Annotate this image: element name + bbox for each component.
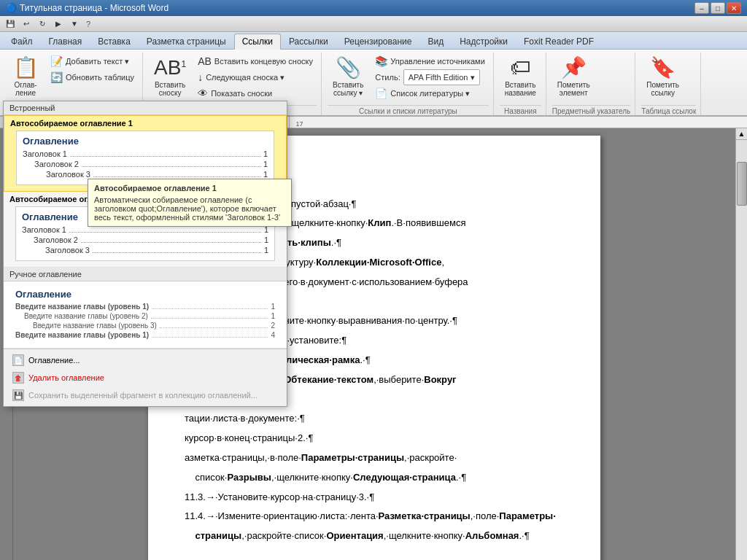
citations-group-label: Ссылки и списки литературы (328, 105, 489, 115)
run-quick-btn[interactable]: ▶ (51, 18, 66, 31)
toc-preview2-line2: Заголовок 21 (34, 236, 268, 244)
insert-citation-btn[interactable]: 📎 Вставитьссылку ▾ (328, 54, 368, 104)
update-table-label: Обновить таблицу (66, 73, 134, 82)
show-footnotes-btn[interactable]: 👁 Показать сноски (194, 86, 317, 101)
index-group-content: 📌 Пометитьэлемент (552, 54, 630, 104)
insert-footnote-label: Вставитьсноску (155, 81, 185, 97)
scrollbar-thumb[interactable] (737, 162, 747, 206)
tab-home[interactable]: Главная (41, 34, 90, 49)
toc-remove[interactable]: 🗑 Удалить оглавление (9, 370, 281, 386)
tab-references[interactable]: Ссылки (234, 34, 281, 50)
toc-builtin-header: Встроенный (4, 101, 287, 115)
toc-group-content: 📋 Оглав-ление 📝 Добавить текст ▾ 🔄 Обнов… (7, 54, 138, 104)
close-button[interactable]: ✕ (727, 2, 741, 14)
toc-preview1-line1: Заголовок 11 (23, 149, 268, 158)
ribbon-group-captions: 🏷 Вставитьназвание Названия (495, 52, 546, 115)
style-selector[interactable]: APA Fifth Edition ▾ (403, 69, 481, 85)
doc-line: 11.4.→·Измените·ориентацию·листа:·лента·… (185, 509, 564, 524)
update-table-btn[interactable]: 🔄 Обновить таблицу (47, 70, 138, 85)
style-dropdown-btn[interactable]: Стиль: APA Fifth Edition ▾ (371, 70, 488, 85)
toc-item-manual[interactable]: Оглавление Введите название главы (урове… (4, 281, 287, 349)
ribbon-group-citations: 📎 Вставитьссылку ▾ 📚 Управление источник… (323, 52, 494, 115)
show-footnotes-icon: 👁 (198, 88, 208, 99)
add-text-btn[interactable]: 📝 Добавить текст ▾ (47, 54, 138, 69)
titlebar-left: 🔵 Титульная страница - Microsoft Word (6, 3, 169, 13)
manage-icon: 📚 (375, 55, 387, 67)
style-label: Стиль: (375, 73, 400, 82)
toc-manual-line1: Введите название главы (уровень 1)1 (15, 303, 275, 311)
toc-label: Оглав-ление (14, 81, 36, 97)
mark-citation-btn[interactable]: 🔖 Пометитьссылку (641, 54, 684, 104)
toc-open-icon: 📄 (12, 354, 24, 366)
toc-tooltip: Автособираемое оглавление 1 Автоматическ… (88, 179, 292, 227)
quick-access-toolbar: 💾 ↩ ↻ ▶ ▼ ? (0, 16, 747, 32)
toc-small-btns: 📝 Добавить текст ▾ 🔄 Обновить таблицу (47, 54, 138, 85)
toc-manual-title: Оглавление (15, 289, 275, 300)
insert-endnote-label: Вставить концевую сноску (214, 57, 313, 66)
captions-group-label: Названия (500, 105, 541, 115)
authorities-group-label: Таблица ссылок (641, 105, 696, 115)
insert-footnote-btn[interactable]: AB1 Вставитьсноску (149, 54, 191, 104)
toc-icon: 📋 (13, 58, 39, 78)
toc-remove-label: Удалить оглавление (28, 373, 104, 382)
maximize-button[interactable]: □ (711, 2, 725, 14)
minimize-button[interactable]: – (694, 2, 709, 14)
next-footnote-btn[interactable]: ↓ Следующая сноска ▾ (194, 70, 317, 85)
tab-review[interactable]: Рецензирование (336, 34, 420, 49)
bibliography-label: Список литературы ▾ (390, 89, 470, 98)
manage-sources-btn[interactable]: 📚 Управление источниками (371, 54, 488, 69)
toc-preview1-line2: Заголовок 21 (34, 160, 268, 168)
footnotes-group-content: AB1 Вставитьсноску AB Вставить концевую … (149, 54, 317, 104)
toc-button[interactable]: 📋 Оглав-ление (7, 54, 44, 104)
footnote-small-btns: AB Вставить концевую сноску ↓ Следующая … (194, 54, 317, 101)
style-chevron: ▾ (471, 73, 475, 82)
toc-preview1-title: Оглавление (23, 136, 268, 147)
tab-file[interactable]: Файл (3, 34, 41, 49)
tooltip-text: Автоматически собираемое оглавление (с з… (94, 195, 285, 222)
ribbon-group-index: 📌 Пометитьэлемент Предметный указатель (548, 52, 635, 115)
bibliography-btn[interactable]: 📄 Список литературы ▾ (371, 86, 488, 101)
help-icon: ? (86, 20, 90, 28)
mark-element-label: Пометитьэлемент (557, 81, 590, 97)
redo-quick-btn[interactable]: ↻ (35, 18, 50, 31)
save-quick-btn[interactable]: 💾 (3, 18, 18, 31)
next-footnote-label: Следующая сноска ▾ (206, 73, 285, 82)
toc-manual-preview: Оглавление Введите название главы (урове… (9, 284, 281, 345)
tab-foxit[interactable]: Foxit Reader PDF (516, 34, 602, 49)
tab-view[interactable]: Вид (419, 34, 452, 49)
footnote-icon: AB1 (154, 58, 186, 78)
vertical-scrollbar[interactable]: ▲ ▼ (735, 128, 747, 560)
show-footnotes-label: Показать сноски (211, 89, 272, 98)
toc-dropdown-panel: Встроенный Автособираемое оглавление 1 О… (3, 101, 287, 407)
toc-manual-line3: Введите название главы (уровень 3)2 (33, 322, 275, 330)
app-icon: 🔵 (6, 3, 17, 13)
tab-insert[interactable]: Вставка (90, 34, 139, 49)
doc-line: страницы,·раскройте·список·Ориентация,·щ… (185, 529, 564, 544)
insert-endnote-btn[interactable]: AB Вставить концевую сноску (194, 54, 317, 69)
undo-quick-btn[interactable]: ↩ (19, 18, 34, 31)
toc-save-icon: 💾 (12, 389, 24, 401)
toc-manual-line4: Введите название главы (уровень 1)4 (15, 331, 275, 339)
tooltip-title: Автособираемое оглавление 1 (94, 184, 285, 192)
toc-preview1-line3: Заголовок 31 (46, 170, 268, 179)
tab-layout[interactable]: Разметка страницы (139, 34, 234, 49)
tab-mailings[interactable]: Рассылки (281, 34, 336, 49)
ruler-mark: 17 (289, 117, 309, 128)
mark-element-btn[interactable]: 📌 Пометитьэлемент (552, 54, 595, 104)
insert-caption-btn[interactable]: 🏷 Вставитьназвание (500, 54, 541, 104)
toc-manual-header: Ручное оглавление (4, 268, 287, 281)
toc-manual-line2: Введите название главы (уровень 2)1 (24, 312, 275, 320)
toc-open-dialog[interactable]: 📄 Оглавление... (9, 352, 281, 368)
citations-group-content: 📎 Вставитьссылку ▾ 📚 Управление источник… (328, 54, 489, 104)
mark-citation-label: Пометитьссылку (646, 81, 679, 97)
doc-line: азметка·страницы,·в·поле·Параметры·стран… (185, 451, 564, 466)
scroll-up-btn[interactable]: ▲ (736, 128, 748, 140)
tab-addins[interactable]: Надстройки (452, 34, 516, 49)
mark-citation-icon: 🔖 (650, 58, 676, 78)
manage-sources-label: Управление источниками (390, 57, 484, 66)
quick-access-more[interactable]: ▼ (67, 18, 82, 31)
insert-citation-label: Вставитьссылку ▾ (333, 81, 363, 97)
titlebar-controls: – □ ✕ (694, 2, 741, 14)
toc-item1-label: Автособираемое оглавление 1 (10, 119, 280, 128)
ribbon-group-authorities: 🔖 Пометитьссылку Таблица ссылок (637, 52, 701, 115)
